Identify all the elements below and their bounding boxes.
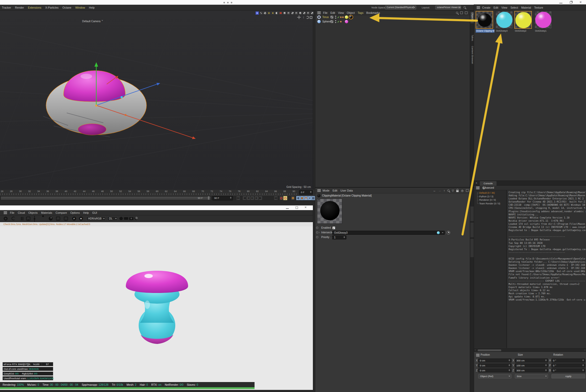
pentagon-icon[interactable] xyxy=(119,217,123,220)
dock-tab-objects[interactable]: Objects xyxy=(470,12,474,23)
om-search-icon[interactable] xyxy=(456,12,458,14)
position-field[interactable]: 0 cm xyxy=(478,364,511,367)
console-tree-renderer-0-0-[interactable]: Renderer (0 / 0) xyxy=(479,199,496,201)
lv-menu-options[interactable]: Options xyxy=(70,211,80,214)
dock-tab-content-browser[interactable]: Content Browser xyxy=(470,45,474,72)
dock-tab[interactable] xyxy=(470,223,474,237)
panel-menu-icon[interactable] xyxy=(476,354,480,356)
dolly-icon[interactable]: ↕ xyxy=(302,15,305,19)
collapse-chevron-icon[interactable] xyxy=(318,199,320,201)
record-scale-toggle[interactable] xyxy=(300,196,304,200)
end-frame-field[interactable]: 90 F xyxy=(212,196,233,200)
close-tab-icon[interactable]: × xyxy=(476,181,477,185)
pause-render-icon[interactable] xyxy=(21,217,23,220)
restore-icon[interactable] xyxy=(570,1,572,4)
menu-item-x-particles[interactable]: X-Particles xyxy=(45,6,59,9)
attr-search-icon[interactable] xyxy=(447,189,449,192)
attr-menu-edit[interactable]: Edit xyxy=(333,189,337,192)
om-menu-tags[interactable]: Tags xyxy=(358,11,363,14)
visibility-dots-icon[interactable] xyxy=(335,20,336,23)
scroll-thumb[interactable] xyxy=(478,349,501,351)
menu-item-tracker[interactable]: Tracker xyxy=(2,6,11,9)
filter-active-icon[interactable] xyxy=(255,11,259,15)
spinner[interactable] xyxy=(582,359,584,361)
lv-menu-gui[interactable]: GUI xyxy=(92,211,97,214)
material-ball-icon[interactable] xyxy=(49,217,53,221)
material-tag[interactable] xyxy=(349,15,353,19)
console-tree-python-3-3-[interactable]: Python (3 / 3) xyxy=(479,195,493,198)
light-burst-icon[interactable] xyxy=(267,11,271,15)
shading-sphere-icon[interactable] xyxy=(298,11,302,15)
maximize-icon[interactable] xyxy=(296,206,298,209)
position-field[interactable]: 0 cm xyxy=(478,368,511,372)
lock-icon[interactable] xyxy=(456,190,459,192)
search-icon[interactable] xyxy=(464,6,466,8)
menu-item-extensions[interactable]: Extensions xyxy=(28,6,41,9)
intersection-field[interactable]: OctGlossy3 xyxy=(332,231,445,235)
position-mode-dropdown[interactable]: Object (Rel) xyxy=(478,374,511,378)
size-mode-dropdown[interactable]: Size xyxy=(515,374,548,378)
record-rotation-toggle[interactable] xyxy=(304,196,308,200)
spinner[interactable] xyxy=(545,359,547,361)
console-tree-default-0-36-[interactable]: Default (0 / 36) xyxy=(479,192,495,194)
material-menu-edit[interactable]: Edit xyxy=(494,6,498,9)
material-thumb-octane-clipping-m[interactable] xyxy=(476,11,493,29)
record-button[interactable] xyxy=(283,196,287,200)
scroll-right-icon[interactable]: › xyxy=(584,349,585,351)
lv-menu-materials[interactable]: Materials xyxy=(41,211,52,214)
minimize-icon[interactable] xyxy=(286,208,289,209)
history-forward-icon[interactable]: → xyxy=(438,189,441,192)
focus-picker-icon[interactable]: F xyxy=(72,217,76,221)
edit-toggle-icon[interactable] xyxy=(330,20,333,23)
quarter-sphere-icon[interactable] xyxy=(302,11,306,15)
spinner[interactable] xyxy=(582,369,584,371)
object-row-sphere[interactable]: Sphere✓ xyxy=(315,20,470,24)
parent-icon[interactable]: ↑ xyxy=(443,189,445,192)
om-menu-view[interactable]: View xyxy=(338,11,344,14)
current-frame-field[interactable]: 0 F xyxy=(299,190,313,195)
sun-icon[interactable] xyxy=(271,11,275,15)
filter-dots-icon[interactable] xyxy=(259,11,263,15)
panel-menu-icon[interactable] xyxy=(317,189,321,192)
object-row-torus[interactable]: Torus✓ xyxy=(315,15,470,19)
edit-toggle-icon[interactable] xyxy=(330,16,333,19)
menu-item-window[interactable]: Window xyxy=(75,6,85,9)
material-tag[interactable] xyxy=(345,15,348,19)
rotation-field[interactable]: 0 ° xyxy=(551,368,585,372)
scroll-left-icon[interactable]: ‹ xyxy=(475,349,476,351)
material-label[interactable]: OctGlossy3 xyxy=(495,29,513,33)
perspective-viewport[interactable]: Default Camera ↕ Grid Spacing : 50 cm xyxy=(0,10,313,190)
close-icon[interactable]: × xyxy=(305,205,307,209)
timeline-ruler[interactable]: 2628303234363840424446485052545658606264… xyxy=(0,190,315,195)
menu-item-help[interactable]: Help xyxy=(89,6,95,9)
dropdown-chevron-icon[interactable] xyxy=(442,232,443,234)
film-region-icon[interactable] xyxy=(124,217,128,220)
restart-render-icon[interactable] xyxy=(12,217,15,220)
settings-gear-icon[interactable] xyxy=(34,217,35,221)
dock-tab[interactable] xyxy=(470,206,474,221)
pan-icon[interactable] xyxy=(297,15,301,19)
play-button[interactable]: ▶ xyxy=(250,196,254,200)
quarter-sphere-icon[interactable] xyxy=(291,11,294,15)
minimize-icon[interactable] xyxy=(559,3,562,3)
panel-menu-icon[interactable] xyxy=(477,6,480,9)
size-field[interactable]: 300 cm xyxy=(515,368,548,372)
filter-funnel-icon[interactable]: ▽ xyxy=(452,189,454,192)
prev-key-button[interactable]: ◀ xyxy=(243,196,246,200)
material-tag[interactable] xyxy=(345,20,348,23)
record-pla-toggle[interactable] xyxy=(311,196,315,200)
rotate-icon[interactable] xyxy=(306,16,309,19)
device-dropdown[interactable]: DL xyxy=(107,216,118,221)
spinner[interactable] xyxy=(310,191,312,193)
close-icon[interactable]: × xyxy=(579,0,582,4)
shading-sphere-icon[interactable] xyxy=(283,11,286,15)
dock-tab[interactable] xyxy=(470,239,474,257)
preview-range-slider[interactable] xyxy=(1,196,211,200)
octane-logo-icon[interactable] xyxy=(4,217,8,221)
pick-object-button[interactable] xyxy=(447,231,450,234)
console-tab[interactable]: Console xyxy=(480,181,497,186)
priority-field[interactable]: 1 xyxy=(332,235,346,239)
lv-menu-file[interactable]: File xyxy=(10,211,14,214)
spinner[interactable] xyxy=(545,369,547,371)
attr-menu-user-data[interactable]: User Data xyxy=(340,189,353,192)
